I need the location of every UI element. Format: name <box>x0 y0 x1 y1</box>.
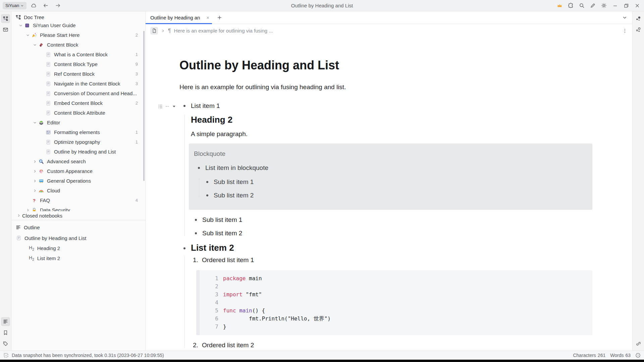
code-block[interactable]: 1package main23import "fmt"45func main()… <box>196 270 592 335</box>
intro-paragraph: Here is an example for outlining via fus… <box>179 82 592 92</box>
doc-tree-item[interactable]: Editor <box>11 118 145 127</box>
sync-cloud-button[interactable] <box>29 1 39 11</box>
doc-tree-item[interactable]: Embed Content Block2 <box>11 98 145 108</box>
doc-tree-item-label: Embed Content Block <box>54 100 103 106</box>
global-search-button[interactable] <box>576 0 587 11</box>
doc-tree-icon <box>3 16 8 21</box>
doc-tree-item[interactable]: Conversion of Document and Head... <box>11 88 145 98</box>
list-bullet[interactable] <box>206 194 208 196</box>
help-icon[interactable]: ? <box>635 353 641 358</box>
doc-tree-header-label: Doc Tree <box>24 14 44 20</box>
heading-level-badge: H2 <box>29 245 34 251</box>
breadcrumb-crumb[interactable]: Here is an example for outlining via fus… <box>174 28 273 34</box>
chevron-down-icon[interactable] <box>32 121 38 125</box>
doc-tree-item[interactable]: Ref Content Block3 <box>11 69 145 79</box>
doc-tree-item[interactable]: Navigate in the Content Block3 <box>11 79 145 88</box>
document-scroll-area[interactable]: Outline by Heading and List Here is an e… <box>146 37 632 351</box>
tab-close-icon[interactable]: × <box>206 15 209 20</box>
chevron-right-icon[interactable] <box>32 169 38 173</box>
breadcrumb-doc-button[interactable] <box>150 27 158 35</box>
doc-count-badge: 1 <box>136 139 138 144</box>
closed-notebooks-label: Closed notebooks <box>22 213 62 219</box>
collapse-triangle-icon[interactable] <box>172 105 176 109</box>
doc-tree: SiYuan User GuidePlease Start Here2Conte… <box>11 23 145 211</box>
list-bullet[interactable] <box>183 105 185 107</box>
search-icon <box>579 3 585 8</box>
doc-tree-item[interactable]: Outline by Heading and List <box>11 147 145 157</box>
doc-tree-icon <box>15 14 21 20</box>
doc-tree-item[interactable]: Advanced search <box>11 157 145 166</box>
code-line-content: package main <box>223 275 262 283</box>
doc-icon <box>45 91 51 96</box>
dock-graph-button[interactable] <box>634 14 643 23</box>
chevron-right-icon[interactable] <box>24 208 31 212</box>
forward-arrow-icon <box>55 3 61 8</box>
edit-mode-button[interactable] <box>587 0 598 11</box>
doc-tree-item[interactable]: Formatting elements1 <box>11 127 145 137</box>
siyuan-menu-button[interactable]: SiYuan <box>3 2 26 9</box>
doc-tree-item[interactable]: Content Block Type9 <box>11 59 145 69</box>
doc-tree-item[interactable]: Please Start Here2 <box>11 30 145 40</box>
doc-tree-item[interactable]: Content Block Attribute <box>11 108 145 118</box>
dock-global-graph-button[interactable] <box>634 25 643 34</box>
chevron-right-icon[interactable] <box>32 189 38 193</box>
doc-icon <box>45 81 51 86</box>
doc-tree-item[interactable]: General Operations <box>11 176 145 186</box>
right-dock <box>632 11 644 351</box>
theme-button[interactable] <box>598 0 609 11</box>
dock-bookmark-button[interactable] <box>1 328 10 337</box>
doc-tree-item[interactable]: Cloud <box>11 186 145 195</box>
chevron-right-icon[interactable] <box>32 160 38 164</box>
tab-outline-by-heading[interactable]: Outline by Heading an × <box>146 11 212 24</box>
doc-tree-item[interactable]: Data Security <box>11 205 145 211</box>
forward-button[interactable] <box>53 1 63 11</box>
chevron-right-icon[interactable] <box>32 179 38 183</box>
drag-handle-icon[interactable] <box>165 104 170 109</box>
doc-tree-item[interactable]: What is a Content Block1 <box>11 50 145 59</box>
doc-tree-item[interactable]: Custom Appearance <box>11 166 145 176</box>
tag-icon <box>3 341 8 347</box>
words-label: Words <box>610 353 624 358</box>
vip-crown-button[interactable] <box>554 0 565 11</box>
code-line-content: fmt.Println("Hello, 世界") <box>223 315 331 323</box>
dock-inbox-button[interactable] <box>1 25 10 34</box>
lock-icon <box>31 207 37 212</box>
chevron-down-icon[interactable] <box>17 23 24 27</box>
closed-notebooks-row[interactable]: Closed notebooks <box>11 211 145 220</box>
tab-list-button[interactable] <box>617 11 632 24</box>
list-bullet[interactable] <box>183 247 185 249</box>
dock-backlinks-button[interactable] <box>634 339 643 348</box>
doc-tree-scrollbar[interactable] <box>143 31 145 181</box>
plugins-button[interactable] <box>565 0 576 11</box>
outline-heading-item[interactable]: H2List item 2 <box>11 253 145 263</box>
doc-tree-item[interactable]: Content Block <box>11 40 145 50</box>
list-bullet[interactable] <box>195 232 197 234</box>
outline-heading-item[interactable]: H2Heading 2 <box>11 243 145 253</box>
close-button[interactable] <box>632 0 643 11</box>
chevron-down-icon[interactable] <box>24 33 31 37</box>
list-bullet[interactable] <box>206 181 208 183</box>
chevron-down-icon[interactable] <box>32 43 38 47</box>
dock-tag-button[interactable] <box>1 339 10 348</box>
outline-doc-item[interactable]: Outline by Heading and List <box>11 233 145 243</box>
dock-doc-tree-button[interactable] <box>1 14 10 23</box>
back-button[interactable] <box>41 1 51 11</box>
list-item-text: Sub list item 2 <box>214 191 254 200</box>
list-type-gutter-icon[interactable] <box>158 104 163 109</box>
breadcrumb: ¶ Here is an example for outlining via f… <box>146 24 632 37</box>
list-item-text: Ordered list item 1 <box>202 255 254 265</box>
dock-outline-button[interactable] <box>1 317 10 326</box>
doc-tree-item[interactable]: Optimize typography1 <box>11 137 145 147</box>
list-bullet[interactable] <box>195 219 197 221</box>
new-tab-button[interactable] <box>212 11 227 24</box>
breadcrumb-more-button[interactable] <box>622 28 628 34</box>
list-bullet[interactable] <box>198 167 200 169</box>
search-colored-icon <box>38 159 44 164</box>
minimize-button[interactable] <box>609 0 621 11</box>
doc-tree-item[interactable]: ?FAQ4 <box>11 195 145 205</box>
restore-button[interactable] <box>621 0 632 11</box>
outline-header: Outline <box>11 222 145 233</box>
doc-tree-item[interactable]: SiYuan User Guide <box>11 23 145 30</box>
characters-value: 261 <box>598 353 605 358</box>
doc-icon <box>45 71 51 77</box>
